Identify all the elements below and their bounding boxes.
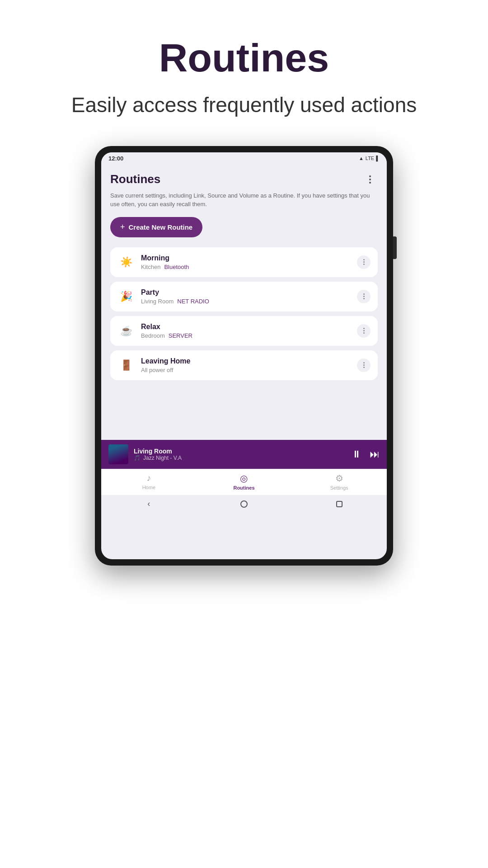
- bottom-nav: ♪Home◎Routines⚙Settings: [101, 469, 387, 495]
- routine-card-relax[interactable]: ☕RelaxBedroomSERVER: [110, 316, 378, 346]
- signal-icon: LTE: [366, 156, 374, 161]
- routines-list: ☀️MorningKitchenBluetooth🎉PartyLiving Ro…: [110, 247, 378, 380]
- three-dots-icon: [369, 175, 371, 184]
- recents-icon: [336, 501, 343, 507]
- plus-icon: +: [120, 222, 125, 232]
- routine-more-button-leaving-home[interactable]: [357, 359, 371, 372]
- status-time: 12:00: [108, 155, 123, 162]
- routine-meta-relax: BedroomSERVER: [141, 332, 351, 339]
- routine-name-relax: Relax: [141, 323, 351, 331]
- now-playing-source-icon: 🎵: [134, 455, 141, 461]
- nav-item-routines[interactable]: ◎Routines: [226, 473, 262, 491]
- routine-info-relax: RelaxBedroomSERVER: [141, 323, 351, 339]
- create-button-label: Create New Routine: [129, 223, 193, 231]
- routine-source-relax: SERVER: [169, 332, 192, 339]
- routine-name-leaving-home: Leaving Home: [141, 357, 351, 365]
- routine-more-button-party[interactable]: [357, 290, 371, 303]
- now-playing-controls: ⏸ ⏭: [352, 448, 380, 460]
- routine-meta-morning: KitchenBluetooth: [141, 264, 351, 270]
- now-playing-bar[interactable]: Living Room 🎵 Jazz Night - V.A ⏸ ⏭: [101, 440, 387, 469]
- android-home-button[interactable]: [239, 500, 249, 509]
- android-recents-button[interactable]: [335, 500, 344, 509]
- routine-card-leaving-home[interactable]: 🚪Leaving HomeAll power off: [110, 350, 378, 380]
- nav-item-home[interactable]: ♪Home: [131, 473, 167, 490]
- status-icons: ▲ LTE ▌: [359, 156, 380, 161]
- tablet-side-button: [393, 236, 397, 259]
- tablet-frame: 12:00 ▲ LTE ▌ Routines Save current sett…: [95, 146, 393, 566]
- create-routine-button[interactable]: + Create New Routine: [110, 217, 202, 237]
- hero-title: Routines: [18, 36, 470, 80]
- now-playing-artwork: [108, 444, 128, 464]
- tablet-screen: 12:00 ▲ LTE ▌ Routines Save current sett…: [101, 152, 387, 559]
- now-playing-track: Jazz Night - V.A: [143, 455, 182, 461]
- routine-card-morning[interactable]: ☀️MorningKitchenBluetooth: [110, 247, 378, 277]
- routine-source-party: NET RADIO: [177, 298, 209, 305]
- next-button[interactable]: ⏭: [370, 448, 380, 460]
- battery-icon: ▌: [376, 156, 380, 161]
- nav-icon-settings: ⚙: [335, 473, 343, 484]
- routine-icon-relax: ☕: [117, 322, 135, 340]
- now-playing-meta: 🎵 Jazz Night - V.A: [134, 455, 346, 461]
- nav-label-settings: Settings: [330, 485, 348, 491]
- header-more-button[interactable]: [362, 172, 378, 187]
- routine-name-morning: Morning: [141, 254, 351, 262]
- routine-info-party: PartyLiving RoomNET RADIO: [141, 288, 351, 305]
- android-back-button[interactable]: ‹: [144, 500, 153, 509]
- routine-info-leaving-home: Leaving HomeAll power off: [141, 357, 351, 373]
- routine-meta-party: Living RoomNET RADIO: [141, 298, 351, 305]
- hero-subtitle: Easily access frequently used actions: [18, 91, 470, 119]
- wifi-icon: ▲: [359, 156, 364, 161]
- routine-card-party[interactable]: 🎉PartyLiving RoomNET RADIO: [110, 282, 378, 311]
- routine-location-party: Living Room: [141, 298, 174, 305]
- page-title: Routines: [110, 172, 160, 186]
- hero-section: Routines Easily access frequently used a…: [0, 0, 488, 137]
- routine-meta-leaving-home: All power off: [141, 367, 351, 373]
- nav-icon-routines: ◎: [240, 473, 248, 484]
- routine-more-button-relax[interactable]: [357, 324, 371, 338]
- routine-location-leaving-home: All power off: [141, 367, 173, 373]
- routine-info-morning: MorningKitchenBluetooth: [141, 254, 351, 270]
- routine-icon-party: 🎉: [117, 288, 135, 305]
- nav-icon-home: ♪: [146, 473, 151, 483]
- pause-button[interactable]: ⏸: [352, 448, 361, 460]
- app-content: Routines Save current settings, includin…: [101, 165, 387, 380]
- nav-label-routines: Routines: [233, 485, 254, 491]
- back-icon: ‹: [147, 499, 150, 509]
- empty-space: [101, 386, 387, 440]
- routine-icon-morning: ☀️: [117, 254, 135, 271]
- routine-icon-leaving-home: 🚪: [117, 357, 135, 374]
- routine-location-relax: Bedroom: [141, 332, 165, 339]
- android-nav-bar: ‹: [101, 495, 387, 513]
- routine-more-button-morning[interactable]: [357, 255, 371, 269]
- page-header: Routines: [110, 172, 378, 187]
- home-icon: [240, 500, 248, 508]
- page-description: Save current settings, including Link, S…: [110, 192, 378, 209]
- nav-label-home: Home: [142, 485, 155, 490]
- routine-name-party: Party: [141, 288, 351, 297]
- now-playing-room: Living Room: [134, 448, 346, 455]
- routine-location-morning: Kitchen: [141, 264, 160, 270]
- status-bar: 12:00 ▲ LTE ▌: [101, 152, 387, 165]
- now-playing-info: Living Room 🎵 Jazz Night - V.A: [134, 448, 346, 461]
- nav-item-settings[interactable]: ⚙Settings: [321, 473, 357, 491]
- routine-source-morning: Bluetooth: [164, 264, 189, 270]
